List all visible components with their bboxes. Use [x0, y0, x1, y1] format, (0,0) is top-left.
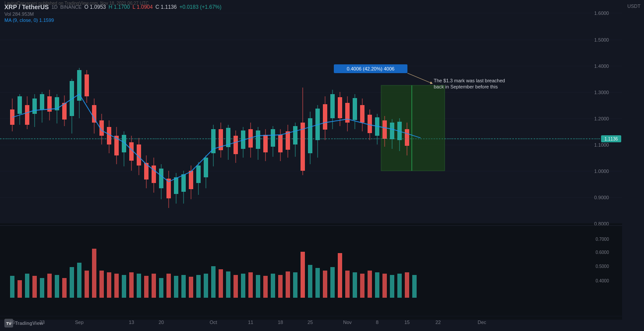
svg-rect-89: [286, 131, 290, 150]
svg-rect-189: [353, 272, 357, 298]
svg-rect-69: [211, 129, 216, 153]
svg-rect-148: [47, 274, 52, 298]
svg-rect-167: [189, 277, 193, 298]
price-chart: 1.6000 1.5000 1.4000 1.3000 1.2000 1.100…: [0, 0, 622, 331]
svg-text:25: 25: [308, 320, 313, 325]
svg-rect-144: [18, 280, 22, 298]
svg-rect-162: [152, 274, 156, 298]
svg-text:0.6000: 0.6000: [595, 250, 609, 255]
svg-rect-196: [405, 272, 409, 298]
svg-rect-181: [293, 272, 297, 298]
svg-rect-67: [204, 158, 208, 177]
svg-rect-145: [25, 274, 29, 298]
svg-text:11: 11: [248, 320, 253, 325]
svg-rect-155: [99, 271, 104, 298]
svg-rect-191: [368, 271, 372, 298]
svg-text:1.2000: 1.2000: [594, 116, 609, 121]
svg-rect-29: [62, 103, 67, 120]
svg-rect-171: [219, 269, 223, 298]
ohlc-close: C 1.1136: [156, 4, 177, 10]
svg-rect-107: [353, 98, 357, 120]
svg-rect-179: [278, 275, 283, 298]
svg-rect-160: [137, 274, 141, 298]
svg-rect-166: [181, 275, 186, 298]
svg-rect-37: [92, 105, 96, 123]
svg-rect-164: [166, 274, 171, 298]
svg-text:Dec: Dec: [478, 320, 486, 325]
svg-text:15: 15: [404, 320, 410, 325]
svg-rect-183: [308, 265, 312, 298]
svg-rect-154: [92, 249, 96, 298]
svg-text:back in September before this: back in September before this: [434, 84, 498, 89]
svg-rect-147: [40, 278, 44, 298]
svg-rect-177: [263, 276, 268, 298]
svg-text:The $1.3 mark was last breache: The $1.3 mark was last breached: [434, 78, 505, 83]
svg-rect-41: [107, 127, 111, 144]
svg-rect-109: [360, 105, 364, 123]
svg-text:1.1000: 1.1000: [594, 142, 609, 148]
svg-rect-178: [271, 274, 275, 298]
svg-rect-190: [360, 274, 364, 298]
svg-text:1.0000: 1.0000: [594, 169, 609, 174]
svg-rect-186: [330, 267, 335, 298]
svg-rect-111: [368, 115, 372, 133]
svg-rect-87: [278, 135, 283, 152]
top-bar: XRP / TetherUS 1D BINANCE O 1.0953 H 1.1…: [4, 4, 640, 23]
svg-rect-115: [382, 120, 387, 139]
svg-text:0.4000: 0.4000: [595, 278, 609, 283]
svg-rect-192: [375, 272, 379, 298]
svg-rect-173: [234, 275, 238, 298]
svg-rect-65: [196, 166, 201, 183]
svg-rect-169: [204, 274, 208, 298]
svg-rect-158: [122, 275, 126, 298]
svg-rect-146: [32, 276, 37, 298]
svg-text:1.3000: 1.3000: [594, 90, 609, 95]
svg-rect-75: [234, 136, 238, 154]
svg-text:Nov: Nov: [343, 320, 352, 325]
svg-rect-188: [345, 271, 350, 298]
svg-rect-159: [129, 272, 134, 298]
svg-rect-176: [256, 275, 260, 298]
svg-text:0.9000: 0.9000: [594, 195, 609, 200]
svg-text:1.4000: 1.4000: [594, 63, 609, 69]
svg-rect-165: [174, 276, 178, 298]
svg-rect-175: [248, 272, 253, 298]
svg-rect-163: [159, 278, 163, 298]
svg-rect-194: [390, 275, 394, 298]
svg-rect-35: [85, 74, 89, 96]
svg-rect-101: [330, 94, 335, 118]
svg-rect-150: [62, 278, 67, 298]
svg-rect-61: [181, 174, 186, 192]
tradingview-watermark: TV TradingView: [4, 319, 43, 327]
svg-rect-193: [382, 274, 387, 298]
svg-rect-195: [397, 274, 402, 298]
svg-text:20: 20: [159, 320, 164, 325]
svg-rect-161: [144, 276, 149, 298]
vol-row: Vol 284.953M: [4, 11, 640, 17]
svg-rect-152: [77, 263, 81, 298]
svg-rect-91: [293, 126, 297, 144]
svg-text:Sep: Sep: [75, 320, 84, 325]
svg-rect-157: [114, 274, 119, 298]
ma-row: MA (9, close, 0) 1.1599: [4, 18, 640, 23]
svg-rect-168: [196, 275, 201, 298]
svg-rect-182: [301, 252, 305, 298]
svg-text:1.1136: 1.1136: [605, 137, 618, 141]
svg-text:18: 18: [278, 320, 283, 325]
svg-rect-149: [55, 275, 59, 298]
svg-rect-19: [25, 105, 29, 125]
svg-rect-172: [226, 271, 230, 298]
ohlc-change: +0.0183 (+1.67%): [179, 4, 221, 10]
svg-rect-63: [189, 171, 193, 189]
svg-rect-83: [263, 135, 268, 152]
svg-rect-121: [405, 129, 409, 146]
svg-rect-151: [70, 267, 74, 298]
svg-rect-59: [174, 177, 178, 194]
svg-rect-85: [271, 129, 275, 147]
chart-container: XRP / TetherUS 1D BINANCE O 1.0953 H 1.1…: [0, 0, 644, 331]
svg-text:0.4006 (42.20%) 4006: 0.4006 (42.20%) 4006: [347, 66, 395, 71]
svg-rect-197: [412, 275, 417, 298]
svg-rect-170: [211, 266, 216, 298]
svg-rect-99: [323, 104, 327, 130]
svg-text:22: 22: [435, 320, 441, 325]
